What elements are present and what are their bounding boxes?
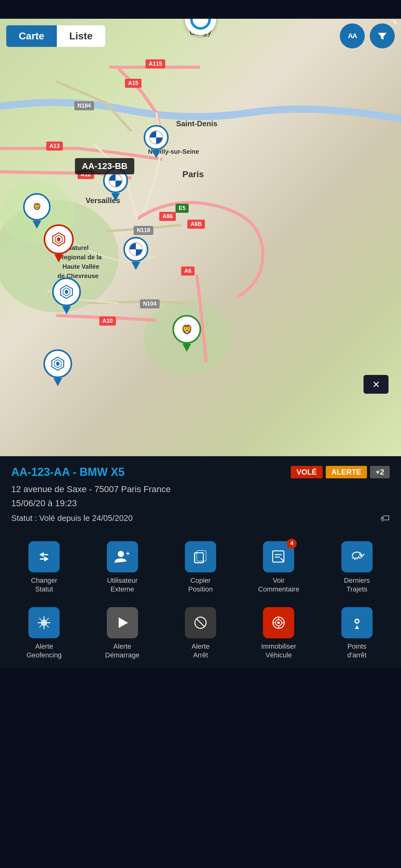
tab-carte[interactable]: Carte xyxy=(6,25,57,47)
status-bar xyxy=(0,0,401,19)
voir-commentaire-icon-wrap: 4 xyxy=(263,541,294,572)
copier-position-button[interactable]: CopierPosition xyxy=(162,536,239,599)
road-label-a15: A15 xyxy=(125,79,141,88)
vehicle-status: Statut : Volé depuis le 24/05/2020 🏷 xyxy=(11,513,390,524)
utilisateur-externe-label: UtilisateurExterne xyxy=(107,576,138,594)
road-label-a86: A86 xyxy=(159,212,176,221)
derniers-trajets-label: DerniersTrajets xyxy=(344,576,370,594)
callout-label-aa123bb: AA-123-BB xyxy=(75,158,134,174)
place-label-saint-denis: Saint-Denis xyxy=(176,119,218,128)
tab-liste[interactable]: Liste xyxy=(57,25,105,47)
road-label-a6: A6 xyxy=(181,267,195,276)
badge-alerte: ALERTE xyxy=(326,466,367,478)
alerte-demarrage-button[interactable]: AlerteDémarrage xyxy=(83,602,161,665)
road-label-a115: A115 xyxy=(145,59,165,68)
road-label-a6b: A6B xyxy=(188,220,205,229)
alerte-arret-button[interactable]: AlerteArrêt xyxy=(162,602,239,665)
pin-tail-bmw-1 xyxy=(152,150,161,158)
utilisateur-externe-icon: + xyxy=(114,549,131,565)
pin-circle-renault-2 xyxy=(52,277,81,306)
copier-position-label: CopierPosition xyxy=(188,576,213,594)
pin-circle-peugeot-2: 🦁 xyxy=(172,315,201,344)
immobiliser-vehicule-icon-wrap xyxy=(263,607,294,638)
changer-statut-button[interactable]: ChangerStatut xyxy=(5,536,83,599)
pin-bmw-3[interactable] xyxy=(123,237,148,270)
pin-tail-renault-2 xyxy=(62,306,71,314)
utilisateur-externe-button[interactable]: + UtilisateurExterne xyxy=(83,536,161,599)
svg-point-30 xyxy=(277,621,280,624)
alerte-arret-icon-wrap xyxy=(185,607,216,638)
place-label-paris: Paris xyxy=(182,169,204,179)
alerte-geofencing-icon xyxy=(36,615,52,630)
pin-renault-3[interactable] xyxy=(43,349,72,386)
points-arret-button[interactable]: Pointsd'arrêt xyxy=(318,602,396,665)
svg-marker-11 xyxy=(56,362,59,366)
filter-icon xyxy=(377,30,388,41)
changer-statut-icon xyxy=(36,549,52,565)
svg-marker-5 xyxy=(57,237,60,242)
pin-tail-bmw-3 xyxy=(132,262,140,270)
pin-circle-bmw-3 xyxy=(123,237,148,262)
derniers-trajets-icon xyxy=(349,549,365,565)
voir-commentaire-label: VoirCommentaire xyxy=(258,576,299,594)
svg-text:+: + xyxy=(126,550,130,557)
pin-circle-peugeot-1: 🦁 xyxy=(23,193,51,221)
pin-peugeot-1[interactable]: 🦁 xyxy=(23,193,51,229)
pin-tail-peugeot-2 xyxy=(182,344,191,352)
pin-circle-bmw-1 xyxy=(144,125,169,150)
pin-tail-bmw-2 xyxy=(111,193,120,201)
road-label-a13: A13 xyxy=(46,142,63,151)
svg-line-27 xyxy=(196,619,205,627)
close-button[interactable]: ✕ xyxy=(364,375,389,394)
pin-renault-2[interactable] xyxy=(52,277,81,314)
road-label-a10: A10 xyxy=(99,316,116,326)
changer-statut-icon-wrap xyxy=(28,541,60,572)
pin-tail-peugeot-1 xyxy=(32,221,41,229)
pin-tail-renault-1 xyxy=(54,254,63,262)
map-container: A115 A15 N184 A13 A12 A86 N118 A6B E5 A6… xyxy=(0,19,401,456)
vehicle-title-row: AA-123-AA - BMW X5 VOLÉ ALERTE +2 xyxy=(11,466,390,479)
points-arret-label: Pointsd'arrêt xyxy=(347,642,367,660)
pin-circle-renault-1 xyxy=(44,224,74,254)
voir-commentaire-button[interactable]: 4 VoirCommentaire xyxy=(239,536,318,599)
vehicle-name: AA-123-AA - BMW X5 xyxy=(11,466,125,479)
actions-row-1: ChangerStatut + UtilisateurExterne xyxy=(0,530,401,602)
badge-vole: VOLÉ xyxy=(291,466,322,478)
alerte-demarrage-icon-wrap xyxy=(107,607,138,638)
utilisateur-externe-icon-wrap: + xyxy=(107,541,138,572)
alerte-geofencing-label: AlerteGeofencing xyxy=(27,642,62,660)
filter-button[interactable] xyxy=(370,24,395,49)
immobiliser-vehicule-button[interactable]: ImmobiliserVéhicule xyxy=(239,602,318,665)
road-label-e5: E5 xyxy=(175,204,189,213)
pin-peugeot-2[interactable]: 🦁 xyxy=(172,315,201,352)
pin-renault-1[interactable] xyxy=(44,224,74,262)
pin-tail-renault-3 xyxy=(54,378,62,386)
tag-icon: 🏷 xyxy=(380,513,390,524)
svg-marker-8 xyxy=(65,290,68,294)
alerte-demarrage-label: AlerteDémarrage xyxy=(105,642,140,660)
svg-point-36 xyxy=(356,620,358,622)
pin-bmw-1[interactable] xyxy=(144,125,169,158)
immobiliser-vehicule-icon xyxy=(271,615,287,630)
derniers-trajets-icon-wrap xyxy=(341,541,373,572)
alerte-geofencing-button[interactable]: AlerteGeofencing xyxy=(5,602,83,665)
font-size-button[interactable]: AA xyxy=(340,24,365,49)
derniers-trajets-button[interactable]: DerniersTrajets xyxy=(318,536,396,599)
copier-position-icon-wrap xyxy=(185,541,216,572)
immobiliser-vehicule-label: ImmobiliserVéhicule xyxy=(261,642,296,660)
voir-commentaire-icon xyxy=(271,549,287,565)
alerte-arret-icon xyxy=(193,615,208,630)
commentaire-badge: 4 xyxy=(287,539,297,549)
svg-point-19 xyxy=(282,560,284,561)
badge-group: VOLÉ ALERTE +2 xyxy=(291,466,390,478)
road-label-n184: N184 xyxy=(74,101,94,110)
vehicle-info-section: AA-123-AA - BMW X5 VOLÉ ALERTE +2 12 ave… xyxy=(0,456,401,530)
alerte-geofencing-icon-wrap xyxy=(28,607,60,638)
tab-group: Carte Liste xyxy=(6,25,105,47)
header-right-buttons: AA xyxy=(340,24,395,49)
font-size-icon: AA xyxy=(348,32,357,40)
actions-row-2: AlerteGeofencing AlerteDémarrage AlerteA… xyxy=(0,602,401,668)
pin-circle-renault-3 xyxy=(43,349,72,378)
svg-point-12 xyxy=(118,551,124,557)
svg-marker-25 xyxy=(119,617,128,628)
